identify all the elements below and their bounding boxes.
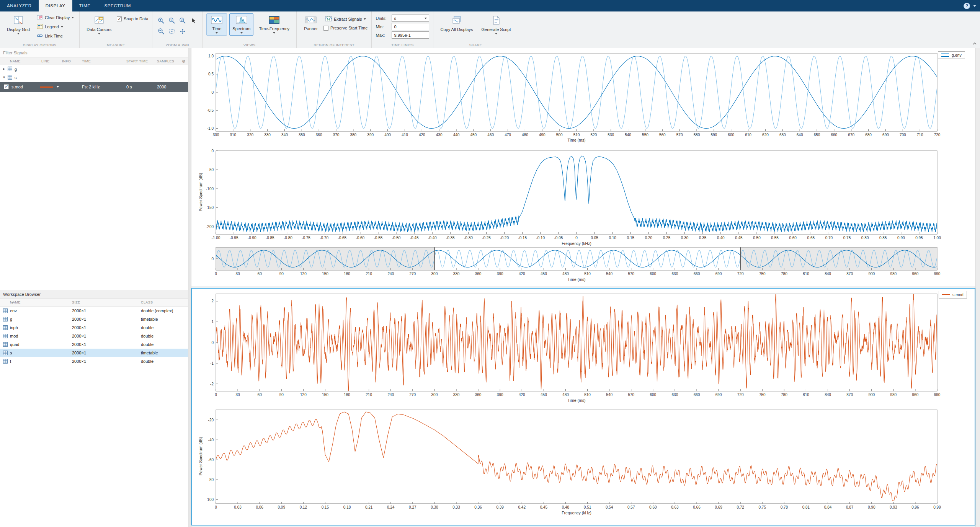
svg-text:90: 90 xyxy=(279,272,284,276)
svg-text:700: 700 xyxy=(900,133,906,137)
svg-text:240: 240 xyxy=(387,272,394,276)
svg-text:-200: -200 xyxy=(206,225,214,229)
units-label: Units: xyxy=(376,16,389,21)
svg-text:0.39: 0.39 xyxy=(496,505,504,509)
snap-to-data-checkbox[interactable] xyxy=(117,16,122,21)
variable-icon xyxy=(3,308,8,314)
svg-text:270: 270 xyxy=(409,272,416,276)
zoom-out-icon[interactable] xyxy=(156,26,166,36)
chevron-down-icon[interactable] xyxy=(57,86,59,88)
tab-spectrum[interactable]: SPECTRUM xyxy=(97,0,137,11)
section-label: MEASURE xyxy=(80,43,152,47)
variable-icon xyxy=(3,351,8,356)
svg-text:990: 990 xyxy=(934,272,941,276)
svg-text:420: 420 xyxy=(519,393,525,397)
tab-display[interactable]: DISPLAY xyxy=(39,0,72,11)
display1-time-xlabel: Time (ms) xyxy=(500,138,653,142)
copy-all-displays-button[interactable]: Copy All Displays xyxy=(437,13,476,34)
smod-line-swatch[interactable] xyxy=(40,86,53,88)
spectrum-view-button[interactable]: Spectrum xyxy=(229,13,253,36)
pan-icon[interactable] xyxy=(178,26,188,36)
generate-script-button[interactable]: Generate Script xyxy=(478,13,514,36)
svg-text:-2: -2 xyxy=(210,382,214,386)
chevron-down-icon[interactable] xyxy=(973,5,976,7)
display1-spectrum-plot[interactable]: -1.00-0.95-0.90-0.85-0.80-0.75-0.70-0.65… xyxy=(191,147,947,243)
display-grid-button[interactable]: Display Grid xyxy=(4,13,33,36)
panner-button[interactable]: Panner xyxy=(301,13,321,33)
section-zoom-pan: x y ZOOM & PAN xyxy=(152,11,203,48)
section-label: DISPLAY OPTIONS xyxy=(0,43,79,47)
svg-text:-0.70: -0.70 xyxy=(320,236,328,240)
svg-text:840: 840 xyxy=(825,272,831,276)
link-time-button[interactable]: Link Time xyxy=(35,32,75,40)
section-time-limits: Units: s Min: 0 Max: 9.995e-1 TIME LIMIT… xyxy=(372,11,433,48)
svg-text:0.90: 0.90 xyxy=(868,505,875,509)
right-scroll-strip[interactable] xyxy=(975,48,980,527)
zoom-x-icon[interactable]: x xyxy=(167,16,177,26)
workspace-browser-header: NAME▲ SIZE CLASS xyxy=(0,299,188,307)
display2-spectrum-ylabel: Power Spectrum (dB) xyxy=(198,406,203,506)
zoom-in-icon[interactable] xyxy=(156,16,166,26)
workspace-row-inph[interactable]: inph2000×1double xyxy=(0,323,188,332)
workspace-row-mod[interactable]: mod2000×1double xyxy=(0,332,188,340)
help-icon[interactable]: ? xyxy=(964,3,970,9)
svg-text:720: 720 xyxy=(737,272,744,276)
svg-text:0: 0 xyxy=(215,505,217,509)
zoom-y-icon[interactable]: y xyxy=(178,16,188,26)
sort-asc-icon[interactable]: ▲ xyxy=(11,299,14,307)
max-time-input[interactable]: 9.995e-1 xyxy=(392,31,429,39)
preserve-start-time-checkbox-row[interactable]: Preserve Start Time xyxy=(323,24,368,32)
svg-text:0.15: 0.15 xyxy=(322,505,329,509)
signal-row-smod[interactable]: s.mod Fs: 2 kHz 0 s 2000 xyxy=(0,82,188,92)
extract-signals-button[interactable]: Extract Signals xyxy=(323,15,368,23)
gear-icon[interactable]: ⚙ xyxy=(182,57,186,65)
time-view-button[interactable]: Time xyxy=(206,13,227,36)
snap-to-data-checkbox-row[interactable]: Snap to Data xyxy=(117,15,148,23)
collapse-arrow-icon[interactable]: ▾ xyxy=(3,75,5,79)
svg-text:0.45: 0.45 xyxy=(540,505,548,509)
variable-icon xyxy=(3,359,8,364)
svg-text:0.42: 0.42 xyxy=(518,505,526,509)
svg-text:540: 540 xyxy=(606,272,612,276)
filter-signals-input[interactable]: Filter Signals xyxy=(0,48,188,57)
tab-analyzer[interactable]: ANALYZER xyxy=(0,0,39,11)
workspace-row-g[interactable]: g2000×1timetable xyxy=(0,315,188,323)
workspace-row-env[interactable]: env2000×1double (complex) xyxy=(0,307,188,315)
svg-text:450: 450 xyxy=(541,393,547,397)
workspace-rows: env2000×1double (complex)g2000×1timetabl… xyxy=(0,307,188,365)
tab-time[interactable]: TIME xyxy=(72,0,98,11)
svg-text:240: 240 xyxy=(387,393,394,397)
signal-group-row-g[interactable]: ▸ g xyxy=(0,65,188,73)
panel-splitter[interactable] xyxy=(188,48,191,527)
smod-checkbox[interactable] xyxy=(4,84,9,89)
svg-text:870: 870 xyxy=(846,393,853,397)
display1-legend[interactable]: g.env xyxy=(938,51,965,59)
expand-arrow-icon[interactable]: ▸ xyxy=(3,67,5,71)
svg-text:0: 0 xyxy=(211,257,214,261)
spectrum-view-icon xyxy=(236,15,247,25)
display1-time-plot[interactable]: 3003103203303403503603703803904004104204… xyxy=(191,49,947,144)
fit-to-view-icon[interactable] xyxy=(167,26,177,36)
workspace-row-s[interactable]: s2000×1timetable xyxy=(0,349,188,357)
preserve-start-time-checkbox[interactable] xyxy=(323,26,328,31)
min-time-input[interactable]: 0 xyxy=(392,23,429,30)
collapse-ribbon-button[interactable] xyxy=(972,40,977,47)
svg-text:-0.40: -0.40 xyxy=(428,236,437,240)
data-cursors-button[interactable]: Data Cursors xyxy=(83,13,114,36)
workspace-row-t[interactable]: t2000×1double xyxy=(0,357,188,365)
signal-group-row-s[interactable]: ▾ s xyxy=(0,73,188,82)
pointer-icon[interactable] xyxy=(188,16,198,26)
min-label: Min: xyxy=(376,24,389,29)
display2-time-plot[interactable]: 0306090120150180210240270300330360390420… xyxy=(191,290,947,404)
display2-legend[interactable]: s.mod xyxy=(939,291,967,299)
svg-text:660: 660 xyxy=(694,393,700,397)
time-frequency-view-button[interactable]: Time-Frequency xyxy=(256,13,292,36)
units-dropdown[interactable]: s xyxy=(392,15,429,22)
svg-text:0.54: 0.54 xyxy=(606,505,613,509)
workspace-row-quad[interactable]: quad2000×1double xyxy=(0,340,188,349)
svg-text:-0.65: -0.65 xyxy=(338,236,346,240)
clear-display-button[interactable]: Clear Display xyxy=(35,13,75,22)
legend-button[interactable]: Legend xyxy=(35,23,75,31)
display2-spectrum-plot[interactable]: 00.030.060.090.120.150.180.210.240.270.3… xyxy=(191,406,947,517)
svg-text:480: 480 xyxy=(562,393,569,397)
